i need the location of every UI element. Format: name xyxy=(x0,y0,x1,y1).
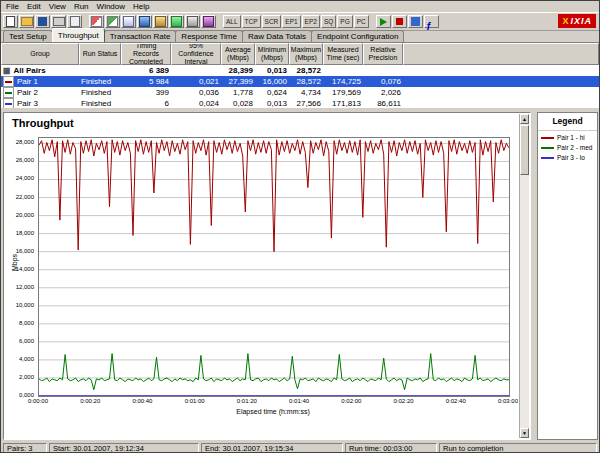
print-icon xyxy=(53,17,65,26)
response-chart-icon xyxy=(171,16,182,27)
value-cell: 399 xyxy=(121,88,171,97)
group-cell: ▦All Pairs xyxy=(1,66,79,75)
add-pair-button[interactable] xyxy=(89,15,104,28)
legend-swatch xyxy=(541,147,554,149)
column-header-maximum[interactable]: Maximum (Mbps) xyxy=(289,43,323,65)
group-cell: Pair 2 xyxy=(1,87,79,98)
pair-2-icon xyxy=(3,87,14,98)
series-pair-2-med xyxy=(39,354,509,390)
tab-bar: Test SetupThroughputTransaction RateResp… xyxy=(1,29,599,42)
toolbar-separator xyxy=(217,15,222,28)
table-row-pair-2[interactable]: Pair 2Finished3990,0361,7780,6244,734179… xyxy=(1,87,599,98)
scrollbar-thumb[interactable] xyxy=(520,125,529,175)
status-bar: Pairs: 3Start: 30.01.2007, 19:12:34End: … xyxy=(1,442,599,453)
tab-test-setup[interactable]: Test Setup xyxy=(3,30,53,42)
run-test-icon xyxy=(380,18,387,26)
tab-raw-data-totals[interactable]: Raw Data Totals xyxy=(242,30,312,42)
status-segment-1: Start: 30.01.2007, 19:12:34 xyxy=(49,443,199,453)
column-header-run-status[interactable]: Run Status xyxy=(79,43,121,65)
function-button[interactable] xyxy=(424,15,439,28)
add-group-button[interactable] xyxy=(105,15,120,28)
ep1-button[interactable]: EP1 xyxy=(282,15,300,28)
x-axis-ticks: 0:00:000:00:200:00:400:01:000:01:200:01:… xyxy=(38,398,508,406)
print-button[interactable] xyxy=(51,15,66,28)
vertical-scrollbar[interactable]: ▲ ▼ xyxy=(519,114,529,438)
run-test-button[interactable] xyxy=(376,15,391,28)
scr-button[interactable]: SCR xyxy=(262,15,282,28)
y-tick-label: 18,000 xyxy=(16,230,34,236)
raw-data-chart-icon xyxy=(187,16,198,27)
y-tick-label: 10,000 xyxy=(16,302,34,308)
config-button[interactable] xyxy=(201,15,216,28)
ep2-button[interactable]: EP2 xyxy=(302,15,320,28)
menu-window[interactable]: Window xyxy=(93,2,129,11)
save-button[interactable] xyxy=(35,15,50,28)
run-status-cell: Finished xyxy=(79,88,121,97)
tab-response-time[interactable]: Response Time xyxy=(175,30,243,42)
schedule-button[interactable] xyxy=(408,15,423,28)
table-row-pair-1[interactable]: Pair 1Finished5 9840,02127,39916,00028,5… xyxy=(1,76,599,87)
response-chart-button[interactable] xyxy=(169,15,184,28)
value-cell: 28,572 xyxy=(289,77,323,86)
raw-data-chart-button[interactable] xyxy=(185,15,200,28)
y-axis-ticks: 0,0002,0004,0006,0008,00010,00012,00014,… xyxy=(4,137,35,395)
column-header-95-confidence[interactable]: 95% Confidence Interval xyxy=(171,43,221,65)
transaction-chart-icon xyxy=(155,16,166,27)
tab-throughput[interactable]: Throughput xyxy=(52,28,105,42)
group-cell: Pair 1 xyxy=(1,76,79,87)
column-header-measured[interactable]: Measured Time (sec) xyxy=(323,43,363,65)
stop-test-button[interactable] xyxy=(392,15,407,28)
y-tick-label: 22,000 xyxy=(16,194,34,200)
column-header-group[interactable]: Group xyxy=(1,43,79,65)
copy-button[interactable] xyxy=(67,15,82,28)
pair-1-icon xyxy=(3,76,14,87)
open-button[interactable] xyxy=(19,15,34,28)
value-cell: 0,624 xyxy=(255,88,289,97)
status-segment-4: Run to completion xyxy=(439,443,597,453)
menu-view[interactable]: View xyxy=(45,2,70,11)
edit-pair-button[interactable] xyxy=(121,15,136,28)
sq-button[interactable]: SQ xyxy=(321,15,336,28)
value-cell: 2,026 xyxy=(363,88,403,97)
legend-label: Pair 3 - lo xyxy=(557,154,585,161)
throughput-chart-button[interactable] xyxy=(137,15,152,28)
column-header-relative[interactable]: Relative Precision xyxy=(363,43,403,65)
transaction-chart-button[interactable] xyxy=(153,15,168,28)
y-tick-label: 4,000 xyxy=(19,356,34,362)
pair-2-line xyxy=(5,92,12,94)
value-cell: 27,399 xyxy=(221,77,255,86)
all-pairs-icon: ▦ xyxy=(3,66,11,75)
tcp-button[interactable]: TCP xyxy=(242,15,261,28)
column-header-minimum[interactable]: Minimum (Mbps) xyxy=(255,43,289,65)
all-button[interactable]: ALL xyxy=(223,15,241,28)
table-row-all-pairs[interactable]: ▦All Pairs6 38928,3990,01328,572 xyxy=(1,65,599,76)
column-header-timing-records[interactable]: Timing Records Completed xyxy=(121,43,171,65)
ixia-logo-text: IXIA xyxy=(570,16,592,26)
tab-transaction-rate[interactable]: Transaction Rate xyxy=(104,30,177,42)
menu-help[interactable]: Help xyxy=(129,2,153,11)
group-label: Pair 1 xyxy=(17,77,38,86)
chart-title: Throughput xyxy=(12,117,74,129)
new-button[interactable] xyxy=(3,15,18,28)
grid-body: ▦All Pairs6 38928,3990,01328,572Pair 1Fi… xyxy=(1,65,599,109)
throughput-chart-icon xyxy=(139,16,150,27)
x-tick-label: 0:03:00 xyxy=(498,398,518,404)
pc-button[interactable]: PC xyxy=(354,15,369,28)
menu-edit[interactable]: Edit xyxy=(23,2,45,11)
group-label: Pair 2 xyxy=(17,88,38,97)
chart-svg xyxy=(39,138,509,396)
edit-pair-icon xyxy=(123,16,134,27)
pg-button[interactable]: PG xyxy=(337,15,352,28)
legend-title: Legend xyxy=(538,113,597,131)
column-header-average[interactable]: Average (Mbps) xyxy=(221,43,255,65)
lower-pane: Throughput Mbps 0,0002,0004,0006,0008,00… xyxy=(1,112,599,442)
scroll-up-icon[interactable]: ▲ xyxy=(520,114,529,124)
value-cell: 171,813 xyxy=(323,99,363,108)
tab-endpoint-configuration[interactable]: Endpoint Configuration xyxy=(311,30,404,42)
menu-run[interactable]: Run xyxy=(70,2,93,11)
legend-panel: Legend Pair 1 - hiPair 2 - medPair 3 - l… xyxy=(537,112,598,440)
scroll-down-icon[interactable]: ▼ xyxy=(520,428,529,438)
menu-file[interactable]: File xyxy=(2,2,23,11)
status-segment-3: Run time: 00:03:00 xyxy=(345,443,437,453)
open-icon xyxy=(21,17,33,26)
